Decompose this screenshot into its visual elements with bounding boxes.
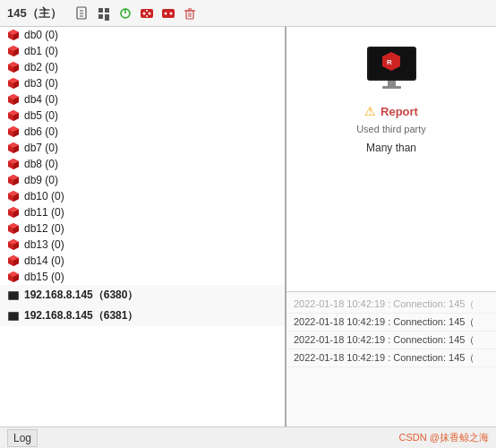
db-label: db7 (0) xyxy=(24,142,58,154)
server-label: 192.168.8.145（6380） xyxy=(24,288,138,303)
db-item[interactable]: db4 (0) xyxy=(0,91,285,108)
db-icon xyxy=(7,77,20,90)
redis-icon-1[interactable] xyxy=(139,5,155,22)
db-icon xyxy=(7,125,20,138)
db-icon xyxy=(7,61,20,73)
svg-rect-80 xyxy=(382,86,401,89)
db-icon xyxy=(7,29,20,41)
db-item[interactable]: db14 (0) xyxy=(0,253,285,269)
log-entry: 2022-01-18 10:42:19 : Connection: 145（ xyxy=(286,314,496,332)
db-label: db0 (0) xyxy=(24,29,58,41)
svg-rect-5 xyxy=(105,8,109,13)
main-container: 145（主） xyxy=(0,0,496,448)
db-label: db14 (0) xyxy=(24,254,64,267)
db-icon xyxy=(7,254,20,267)
log-area: 2022-01-18 10:42:19 : Connection: 145（20… xyxy=(286,292,496,426)
db-label: db3 (0) xyxy=(24,77,58,90)
db-item[interactable]: db5 (0) xyxy=(0,108,285,124)
db-item[interactable]: db15 (0) xyxy=(0,269,285,285)
log-entry: 2022-01-18 10:42:19 : Connection: 145（ xyxy=(286,332,496,349)
redis-monitor: R xyxy=(363,45,421,97)
server-item[interactable]: 192.168.8.145（6381） xyxy=(0,306,285,326)
db-icon xyxy=(7,142,20,154)
many-than-text: Many than xyxy=(366,142,416,154)
db-item[interactable]: db7 (0) xyxy=(0,140,285,156)
svg-rect-18 xyxy=(186,11,193,19)
db-item[interactable]: db12 (0) xyxy=(0,220,285,237)
db-item[interactable]: db6 (0) xyxy=(0,124,285,140)
title-bar: 145（主） xyxy=(0,0,496,27)
svg-point-16 xyxy=(164,12,167,14)
db-label: db8 (0) xyxy=(24,158,58,170)
server-icon xyxy=(7,289,20,302)
db-label: db12 (0) xyxy=(24,222,64,235)
svg-rect-74 xyxy=(9,313,18,320)
svg-rect-79 xyxy=(388,81,396,86)
db-label: db2 (0) xyxy=(24,61,58,73)
db-icon xyxy=(7,109,20,122)
db-label: db4 (0) xyxy=(24,93,58,106)
right-panel: R ⚠ Report Used third party Many than 20… xyxy=(286,27,496,426)
db-icon xyxy=(7,45,20,57)
db-icon xyxy=(7,238,20,251)
db-icon xyxy=(7,206,20,219)
svg-rect-4 xyxy=(98,8,103,13)
csdn-badge: CSDN @抹香鲸之海 xyxy=(399,431,489,444)
used-party-text: Used third party xyxy=(356,124,426,134)
log-entry: 2022-01-18 10:42:19 : Connection: 145（ xyxy=(286,349,496,367)
log-tab[interactable]: Log xyxy=(7,429,38,447)
title-text: 145（主） xyxy=(7,5,62,22)
power-icon[interactable] xyxy=(117,5,133,22)
db-icon xyxy=(7,93,20,106)
svg-rect-15 xyxy=(162,9,175,18)
svg-point-11 xyxy=(142,12,145,14)
svg-rect-6 xyxy=(98,14,103,19)
db-item[interactable]: db8 (0) xyxy=(0,156,285,172)
report-label: Report xyxy=(381,105,418,118)
db-icon xyxy=(7,222,20,235)
server-icon xyxy=(7,310,20,323)
svg-text:R: R xyxy=(387,58,392,66)
left-panel: db0 (0)db1 (0)db2 (0)db3 (0)db4 (0)db5 (… xyxy=(0,27,286,426)
db-icon xyxy=(7,190,20,202)
right-top: R ⚠ Report Used third party Many than xyxy=(286,27,496,292)
db-item[interactable]: db2 (0) xyxy=(0,59,285,75)
db-item[interactable]: db3 (0) xyxy=(0,75,285,91)
warning-icon: ⚠ xyxy=(364,104,376,118)
server-item[interactable]: 192.168.8.145（6380） xyxy=(0,285,285,306)
db-item[interactable]: db0 (0) xyxy=(0,27,285,43)
svg-rect-7 xyxy=(105,14,109,21)
db-label: db5 (0) xyxy=(24,109,58,122)
db-label: db15 (0) xyxy=(24,271,64,283)
grid-icon[interactable] xyxy=(96,5,112,22)
db-icon xyxy=(7,174,20,186)
db-item[interactable]: db11 (0) xyxy=(0,204,285,220)
svg-point-17 xyxy=(169,12,172,14)
trash-icon[interactable] xyxy=(182,5,198,22)
log-entry: 2022-01-18 10:42:19 : Connection: 145（ xyxy=(286,296,496,314)
db-label: db9 (0) xyxy=(24,174,58,186)
redis-icon-2[interactable] xyxy=(160,5,176,22)
db-label: db6 (0) xyxy=(24,125,58,138)
file-icon[interactable] xyxy=(74,5,90,22)
db-label: db11 (0) xyxy=(24,206,64,219)
db-item[interactable]: db9 (0) xyxy=(0,172,285,188)
db-item[interactable]: db13 (0) xyxy=(0,237,285,253)
db-icon xyxy=(7,158,20,170)
body-split: db0 (0)db1 (0)db2 (0)db3 (0)db4 (0)db5 (… xyxy=(0,27,496,426)
svg-point-14 xyxy=(146,15,148,17)
server-label: 192.168.8.145（6381） xyxy=(24,308,138,323)
svg-point-12 xyxy=(148,12,150,14)
svg-rect-72 xyxy=(9,292,18,299)
db-label: db10 (0) xyxy=(24,190,64,202)
bottom-bar: Log CSDN @抹香鲸之海 xyxy=(0,426,496,448)
db-icon xyxy=(7,271,20,283)
db-item[interactable]: db1 (0) xyxy=(0,43,285,59)
db-item[interactable]: db10 (0) xyxy=(0,188,285,204)
db-label: db13 (0) xyxy=(24,238,64,251)
svg-point-13 xyxy=(146,10,148,12)
report-section: ⚠ Report xyxy=(364,104,418,118)
db-label: db1 (0) xyxy=(24,45,58,57)
